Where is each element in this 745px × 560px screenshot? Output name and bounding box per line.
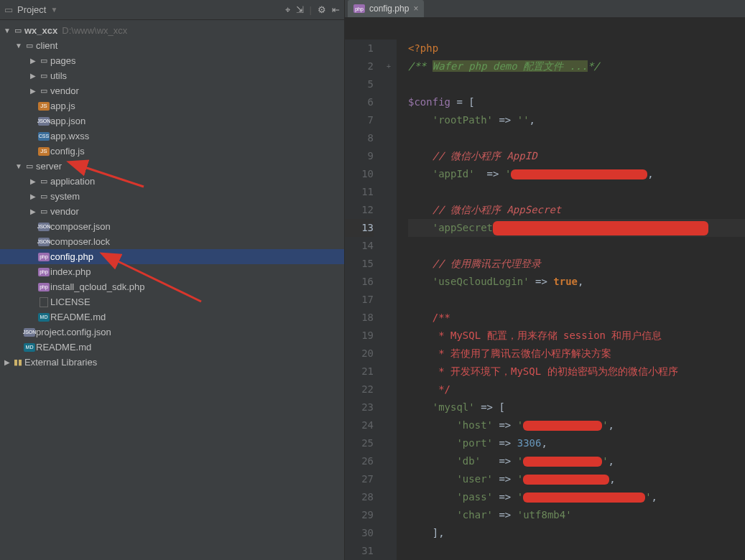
css-file-icon: CSS: [38, 132, 50, 141]
tree-row-readme-md[interactable]: · MD README.md: [0, 309, 344, 325]
folder-icon: ▭: [37, 177, 50, 186]
tree-row-pages[interactable]: ▶ ▭ pages: [0, 53, 344, 68]
tree-row-composer-lock[interactable]: · JSON composer.lock: [0, 234, 344, 249]
fold-gutter[interactable]: +: [381, 39, 397, 560]
tree-row-root[interactable]: ▼ ▭ wx_xcx D:\www\wx_xcx: [0, 23, 344, 38]
project-toolbar: ⌖ ⇲ | ⚙ ⇤: [285, 4, 340, 16]
md-file-icon: MD: [24, 343, 35, 352]
chevron-right-icon[interactable]: ▶: [29, 192, 37, 200]
tree-row-index-php[interactable]: · php index.php: [0, 264, 344, 279]
redacted-value: [493, 221, 708, 235]
locate-target-icon[interactable]: ⌖: [285, 4, 290, 16]
chevron-right-icon[interactable]: ▶: [29, 72, 37, 80]
chevron-down-icon[interactable]: ▼: [14, 42, 23, 50]
tree-row-app-json[interactable]: · JSON app.json: [0, 113, 344, 129]
redacted-value: [523, 475, 609, 485]
chevron-down-icon[interactable]: ▼: [50, 6, 57, 14]
code-editor[interactable]: 1 2 5 6 7 8 9 10 11 12 13 14 15 16 17 18…: [345, 18, 745, 560]
chevron-down-icon[interactable]: ▼: [14, 162, 23, 170]
chevron-right-icon[interactable]: ▶: [29, 87, 37, 95]
json-file-icon: JSON: [38, 238, 50, 246]
folder-icon: ▭: [37, 207, 50, 216]
chevron-down-icon[interactable]: ▼: [3, 27, 11, 34]
tree-row-install-sdk[interactable]: · php install_qcloud_sdk.php: [0, 279, 344, 294]
md-file-icon: MD: [38, 313, 50, 322]
collapse-all-icon[interactable]: ⇲: [296, 4, 304, 16]
folder-icon: ▭: [37, 192, 50, 201]
json-file-icon: JSON: [24, 328, 35, 337]
app-root: ▭ Project ▼ ⌖ ⇲ | ⚙ ⇤ ▼ ▭ wx_xcx D:\www\…: [0, 0, 745, 560]
editor-tab-config-php[interactable]: php config.php ×: [348, 0, 424, 17]
tree-row-app-js[interactable]: · JS app.js: [0, 98, 344, 113]
php-file-icon: php: [353, 4, 365, 13]
hide-panel-icon[interactable]: ⇤: [332, 4, 340, 16]
editor-tab-bar: php config.php ×: [345, 0, 745, 18]
tree-row-client-vendor[interactable]: ▶ ▭ vendor: [0, 83, 344, 98]
root-folder-label: wx_xcx: [24, 25, 57, 36]
root-folder-path: D:\www\wx_xcx: [62, 25, 127, 36]
folder-icon: ▭: [23, 41, 36, 50]
tree-row-license[interactable]: · LICENSE: [0, 294, 344, 309]
tree-row-root-readme[interactable]: · MD README.md: [0, 340, 344, 355]
tree-row-client[interactable]: ▼ ▭ client: [0, 38, 344, 53]
js-file-icon: JS: [38, 102, 50, 111]
folder-icon: ▭: [11, 26, 24, 35]
project-sidebar: ▭ Project ▼ ⌖ ⇲ | ⚙ ⇤ ▼ ▭ wx_xcx D:\www\…: [0, 0, 345, 560]
library-icon: ▮▮: [11, 358, 24, 367]
project-view-icon: ▭: [4, 4, 13, 15]
folder-icon: ▭: [37, 86, 50, 95]
tree-row-project-config[interactable]: · JSON project.config.json: [0, 325, 344, 340]
json-file-icon: JSON: [38, 223, 50, 231]
editor-area: php config.php × 1 2 5 6 7 8 9 10 11 12 …: [345, 0, 745, 560]
php-file-icon: php: [38, 268, 50, 276]
tree-row-server[interactable]: ▼ ▭ server: [0, 159, 344, 174]
chevron-right-icon[interactable]: ▶: [29, 177, 37, 185]
tree-row-external-libraries[interactable]: ▶ ▮▮ External Libraries: [0, 355, 344, 370]
code-content[interactable]: <?php /** Wafer php demo 配置文件 ...*/ $con…: [397, 39, 745, 560]
tree-row-utils[interactable]: ▶ ▭ utils: [0, 68, 344, 83]
chevron-right-icon[interactable]: ▶: [29, 207, 37, 215]
chevron-right-icon[interactable]: ▶: [3, 358, 11, 366]
text-file-icon: [37, 297, 50, 307]
tree-row-config-php[interactable]: · php config.php: [0, 249, 344, 264]
folder-icon: ▭: [37, 56, 50, 65]
js-file-icon: JS: [38, 147, 50, 156]
redacted-value: [523, 421, 602, 431]
tree-row-config-js[interactable]: · JS config.js: [0, 144, 344, 159]
php-file-icon: php: [38, 253, 50, 261]
project-label[interactable]: Project: [17, 4, 46, 15]
tree-row-system[interactable]: ▶ ▭ system: [0, 189, 344, 204]
line-number-gutter: 1 2 5 6 7 8 9 10 11 12 13 14 15 16 17 18…: [345, 39, 381, 560]
chevron-right-icon[interactable]: ▶: [29, 57, 37, 65]
redacted-value: [523, 493, 645, 503]
tab-label: config.php: [369, 4, 409, 14]
gear-icon[interactable]: ⚙: [318, 4, 326, 16]
tree-row-composer-json[interactable]: · JSON composer.json: [0, 219, 344, 234]
redacted-value: [511, 169, 647, 179]
project-toolwindow-header: ▭ Project ▼ ⌖ ⇲ | ⚙ ⇤: [0, 0, 344, 20]
php-file-icon: php: [38, 283, 50, 291]
folder-icon: ▭: [37, 71, 50, 80]
folder-icon: ▭: [23, 162, 36, 171]
redacted-value: [523, 457, 602, 467]
close-icon[interactable]: ×: [413, 4, 418, 14]
json-file-icon: JSON: [38, 117, 50, 126]
tree-row-application[interactable]: ▶ ▭ application: [0, 174, 344, 189]
tree-row-server-vendor[interactable]: ▶ ▭ vendor: [0, 204, 344, 219]
fold-expand-icon[interactable]: +: [381, 57, 397, 75]
project-tree[interactable]: ▼ ▭ wx_xcx D:\www\wx_xcx ▼ ▭ client ▶ ▭ …: [0, 20, 344, 373]
tree-row-app-wxss[interactable]: · CSS app.wxss: [0, 129, 344, 144]
